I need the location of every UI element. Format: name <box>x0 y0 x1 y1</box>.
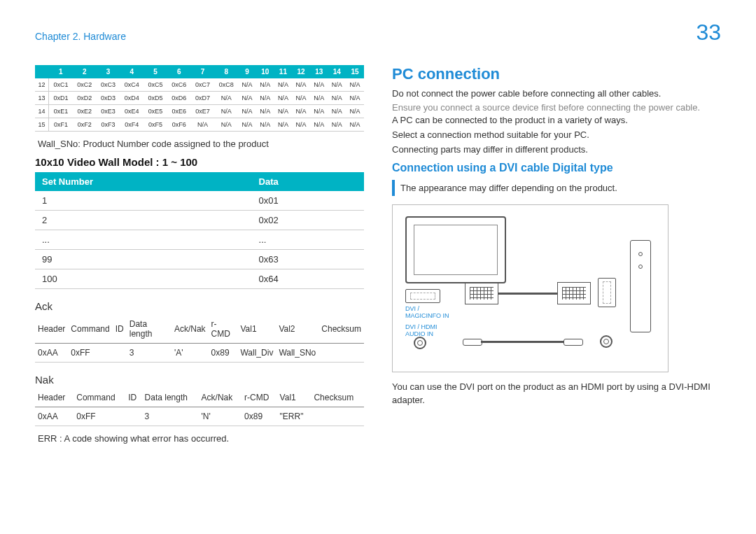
nak-table: HeaderCommandIDData lengthAck/Nakr-CMDVa… <box>35 388 364 426</box>
hex-cell: N/A <box>310 92 328 105</box>
nak-cell: 3 <box>142 407 199 426</box>
p2: Ensure you connect a source device first… <box>392 102 721 113</box>
ack-cell <box>318 344 364 363</box>
hex-col-2: 2 <box>73 65 97 78</box>
ack-th: Val2 <box>276 315 318 344</box>
right-column: PC connection Do not connect the power c… <box>392 65 721 451</box>
video-wall-heading: 10x10 Video Wall Model : 1 ~ 100 <box>35 156 364 168</box>
audio-cable-icon <box>481 341 564 343</box>
nak-th: Data length <box>142 388 199 407</box>
ack-cell <box>113 344 127 363</box>
wall-sno-note: Wall_SNo: Product Number code assigned t… <box>38 139 361 149</box>
hex-col-5: 5 <box>144 65 167 78</box>
hex-cell: 12 <box>35 78 49 92</box>
hex-col-0 <box>35 65 49 78</box>
ack-th: Command <box>68 315 112 344</box>
sn-cell: 0x01 <box>252 191 364 211</box>
p4: Select a connection method suitable for … <box>392 129 721 142</box>
hex-cell: N/A <box>292 118 310 132</box>
dvi-label-1b: MAGICINFO IN <box>405 313 449 320</box>
hex-col-4: 4 <box>120 65 144 78</box>
hex-cell: N/A <box>256 118 274 132</box>
sn-cell: ... <box>252 230 364 250</box>
audio-plug-right-icon <box>564 339 583 346</box>
sn-th-1: Data <box>252 172 364 191</box>
hex-cell: N/A <box>310 105 328 118</box>
hex-cell: 14 <box>35 105 49 118</box>
hex-cell: N/A <box>274 92 293 105</box>
ack-th: Ack/Nak <box>172 315 209 344</box>
pc-connection-title: PC connection <box>392 65 721 83</box>
hex-cell: N/A <box>191 118 215 132</box>
hex-cell: 13 <box>35 92 49 105</box>
hex-cell: 0xE3 <box>97 105 120 118</box>
hex-col-8: 8 <box>215 65 239 78</box>
ack-th: ID <box>113 315 127 344</box>
hex-cell: 15 <box>35 118 49 132</box>
hex-cell: 0xF2 <box>73 118 97 132</box>
hex-cell: 0xC1 <box>49 78 73 92</box>
hex-col-3: 3 <box>97 65 120 78</box>
hex-cell: 0xF6 <box>167 118 191 132</box>
hex-cell: N/A <box>310 78 328 92</box>
ack-cell: 'A' <box>172 344 209 363</box>
hex-cell: N/A <box>328 92 346 105</box>
ack-cell: Wall_Div <box>237 344 276 363</box>
hex-cell: 0xC7 <box>191 78 215 92</box>
p1: Do not connect the power cable before co… <box>392 87 721 101</box>
ack-th: r-CMD <box>209 315 238 344</box>
pc-dvi-port-icon <box>598 278 616 307</box>
hex-cell: N/A <box>215 105 239 118</box>
hex-cell: N/A <box>256 78 274 92</box>
nak-th: Checksum <box>311 388 364 407</box>
monitor-icon <box>405 216 506 283</box>
ack-cell: 0xAA <box>35 344 68 363</box>
p6: You can use the DVI port on the product … <box>392 381 721 407</box>
p5: Connecting parts may differ in different… <box>392 143 721 157</box>
hex-cell: 0xF1 <box>49 118 73 132</box>
sn-cell: 0x64 <box>252 269 364 289</box>
hex-cell: 0xD4 <box>120 92 144 105</box>
pc-tower-icon <box>630 240 651 332</box>
hex-cell: 0xE6 <box>167 105 191 118</box>
hex-col-14: 14 <box>328 65 346 78</box>
nak-th: Command <box>74 388 125 407</box>
ack-th: Val1 <box>237 315 276 344</box>
ack-th: Data length <box>127 315 172 344</box>
ack-table: HeaderCommandIDData lengthAck/Nakr-CMDVa… <box>35 315 364 363</box>
set-number-table: Set Number Data 10x0120x02......990x6310… <box>35 172 364 289</box>
sn-cell: ... <box>35 230 252 250</box>
hex-cell: 0xE5 <box>144 105 167 118</box>
ack-th: Checksum <box>318 315 364 344</box>
sn-cell: 99 <box>35 250 252 269</box>
hex-col-10: 10 <box>256 65 274 78</box>
hex-cell: 0xC4 <box>120 78 144 92</box>
hex-cell: 0xC6 <box>167 78 191 92</box>
hex-cell: N/A <box>346 105 364 118</box>
hex-cell: N/A <box>238 78 256 92</box>
hex-cell: 0xD3 <box>97 92 120 105</box>
hex-col-15: 15 <box>346 65 364 78</box>
nak-th: Val1 <box>277 388 312 407</box>
sn-cell: 2 <box>35 211 252 230</box>
hex-cell: N/A <box>328 118 346 132</box>
hex-cell: 0xE7 <box>191 105 215 118</box>
hex-cell: N/A <box>256 105 274 118</box>
hex-col-12: 12 <box>292 65 310 78</box>
sn-cell: 1 <box>35 191 252 211</box>
hex-cell: 0xD1 <box>49 92 73 105</box>
info-note: The appearance may differ depending on t… <box>392 180 721 196</box>
hex-cell: N/A <box>238 105 256 118</box>
hex-cell: N/A <box>346 78 364 92</box>
nak-th: ID <box>125 388 141 407</box>
hex-cell: N/A <box>238 118 256 132</box>
hex-cell: N/A <box>346 118 364 132</box>
hex-cell: 0xE2 <box>73 105 97 118</box>
hex-cell: 0xF3 <box>97 118 120 132</box>
hex-cell: N/A <box>292 92 310 105</box>
nak-cell <box>311 407 364 426</box>
hex-cell: 0xC2 <box>73 78 97 92</box>
hex-cell: N/A <box>328 105 346 118</box>
hex-col-7: 7 <box>191 65 215 78</box>
content-columns: 123456789101112131415 120xC10xC20xC30xC4… <box>35 65 721 451</box>
